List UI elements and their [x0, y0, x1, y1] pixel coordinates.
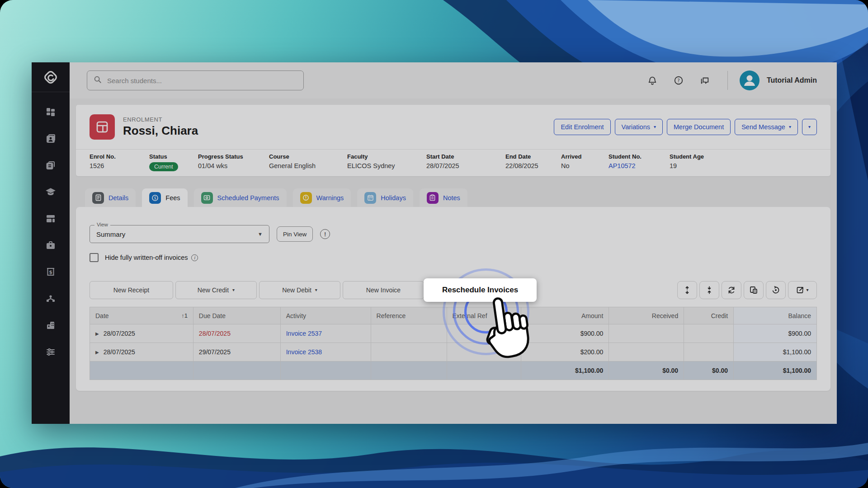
user-name[interactable]: Tutorial Admin — [767, 76, 817, 84]
content-area: ENROLMENT Rossi, Chiara Edit Enrolment V… — [70, 99, 837, 424]
enrolment-kicker: ENROLMENT — [123, 116, 198, 123]
table-total-row: $1,100.00 $0.00 $0.00 $1,100.00 — [90, 361, 816, 380]
sidebar-item-network[interactable] — [32, 285, 70, 312]
hide-written-off-label: Hide fully written-off invoices i — [105, 254, 198, 261]
send-message-button[interactable]: Send Message▾ — [735, 119, 798, 135]
caret-down-icon: ▾ — [808, 125, 811, 129]
topbar: Search students... ? T — [70, 62, 837, 99]
student-no-link[interactable]: AP10572 — [609, 162, 670, 169]
sidebar-item-settings[interactable] — [32, 338, 70, 365]
column-header-activity[interactable]: Activity — [281, 307, 371, 324]
row-expander-icon[interactable]: ▶ — [95, 331, 99, 336]
svg-text:?: ? — [677, 78, 679, 83]
app-window: $ Search stud — [32, 62, 837, 424]
fees-icon: $ — [149, 192, 161, 204]
fees-actions-row: New Receipt New Credit▾ New Debit▾ New I… — [90, 281, 817, 299]
view-select-value: Summary — [96, 230, 125, 238]
notifications-bell-icon[interactable] — [643, 71, 661, 89]
total-balance: $1,100.00 — [734, 361, 816, 380]
new-credit-button[interactable]: New Credit▾ — [175, 281, 257, 299]
info-icon[interactable]: i — [191, 254, 198, 261]
new-debit-button[interactable]: New Debit▾ — [259, 281, 340, 299]
warnings-icon — [300, 192, 312, 204]
pin-view-button[interactable]: Pin View — [277, 226, 313, 242]
table-row[interactable]: ▶28/07/2025 28/07/2025 Invoice 2537 $900… — [90, 324, 816, 343]
sidebar: $ — [32, 62, 70, 424]
notes-icon — [427, 192, 439, 204]
tab-warnings[interactable]: Warnings — [293, 188, 351, 207]
hide-written-off-checkbox[interactable] — [90, 253, 99, 262]
row-expander-icon[interactable]: ▶ — [95, 350, 99, 355]
sidebar-item-dashboard[interactable] — [32, 99, 70, 125]
sidebar-item-classes[interactable] — [32, 205, 70, 232]
tab-scheduled-payments[interactable]: Scheduled Payments — [194, 188, 287, 207]
column-header-received[interactable]: Received — [609, 307, 684, 324]
column-header-due-date[interactable]: Due Date — [193, 307, 281, 324]
help-icon[interactable]: ? — [670, 71, 688, 89]
desktop: $ Search stud — [0, 0, 868, 488]
tab-fees[interactable]: $ Fees — [142, 188, 187, 207]
topbar-divider — [727, 71, 728, 90]
more-actions-button[interactable]: ▾ — [802, 119, 817, 135]
export-icon[interactable]: ▾ — [788, 281, 817, 299]
details-icon — [92, 192, 104, 204]
messages-icon[interactable] — [696, 71, 714, 89]
sidebar-item-students[interactable] — [32, 125, 70, 152]
new-invoice-button[interactable]: New Invoice — [343, 281, 424, 299]
sort-indicator[interactable]: ↑1 — [181, 312, 188, 319]
chevron-down-icon: ▼ — [258, 231, 263, 237]
column-header-date[interactable]: Date↑1 — [90, 307, 193, 324]
enrolment-tabs: Details $ Fees Scheduled Payments — [76, 188, 830, 207]
caret-down-icon: ▾ — [315, 288, 317, 292]
view-select[interactable]: View Summary ▼ — [90, 225, 269, 243]
enrolment-info-row: Enrol No.1526 StatusCurrent Progress Sta… — [76, 149, 830, 176]
edit-enrolment-button[interactable]: Edit Enrolment — [554, 119, 610, 135]
sidebar-item-documents[interactable] — [32, 152, 70, 178]
invoice-link[interactable]: Invoice 2538 — [286, 348, 322, 356]
duplicate-icon[interactable] — [744, 281, 764, 299]
due-date-cell: 29/07/2025 — [193, 343, 281, 361]
svg-text:$: $ — [154, 196, 156, 200]
sidebar-item-organisation[interactable] — [32, 312, 70, 338]
holidays-icon — [364, 192, 376, 204]
refresh-icon[interactable] — [722, 281, 741, 299]
enrolment-icon — [90, 114, 115, 140]
due-date-cell: 28/07/2025 — [193, 324, 281, 343]
sidebar-item-agents[interactable] — [32, 232, 70, 258]
tab-details[interactable]: Details — [85, 188, 136, 207]
caret-down-icon: ▾ — [806, 288, 808, 292]
history-icon[interactable] — [766, 281, 786, 299]
new-receipt-button[interactable]: New Receipt — [90, 281, 173, 299]
caret-down-icon: ▾ — [789, 125, 791, 129]
variations-button[interactable]: Variations▾ — [615, 119, 663, 135]
view-info-icon[interactable]: ! — [320, 229, 330, 239]
tab-notes[interactable]: Notes — [420, 188, 467, 207]
enrolment-header-card: ENROLMENT Rossi, Chiara Edit Enrolment V… — [76, 105, 830, 176]
invoice-link[interactable]: Invoice 2537 — [286, 330, 322, 337]
column-header-credit[interactable]: Credit — [684, 307, 734, 324]
column-header-external-ref[interactable]: External Ref — [447, 307, 522, 324]
svg-text:$: $ — [49, 269, 52, 275]
sidebar-item-courses[interactable] — [32, 178, 70, 205]
table-row[interactable]: ▶28/07/2025 29/07/2025 Invoice 2538 $200… — [90, 343, 816, 361]
tab-holidays[interactable]: Holidays — [357, 188, 413, 207]
reschedule-invoices-button[interactable]: Reschedule Invoices — [424, 278, 537, 302]
page-title-student-name: Rossi, Chiara — [123, 124, 198, 138]
fees-table: Date↑1 Due Date Activity Reference Exter… — [90, 307, 817, 380]
app-logo[interactable] — [32, 62, 70, 92]
total-amount: $1,100.00 — [521, 361, 609, 380]
column-header-balance[interactable]: Balance — [734, 307, 816, 324]
column-header-reference[interactable]: Reference — [371, 307, 447, 324]
merge-document-button[interactable]: Merge Document — [667, 119, 731, 135]
scheduled-payments-icon — [201, 192, 213, 204]
enrol-no-value: 1526 — [90, 162, 149, 169]
fees-panel: View Summary ▼ Pin View ! Hide fully wri… — [76, 207, 830, 391]
status-badge: Current — [149, 162, 178, 171]
sidebar-item-invoices[interactable]: $ — [32, 258, 70, 285]
user-avatar[interactable] — [740, 70, 760, 90]
search-input[interactable]: Search students... — [87, 70, 304, 90]
collapse-rows-icon[interactable] — [699, 281, 719, 299]
column-header-amount[interactable]: Amount — [521, 307, 609, 324]
total-received: $0.00 — [609, 361, 684, 380]
expand-rows-icon[interactable] — [677, 281, 697, 299]
